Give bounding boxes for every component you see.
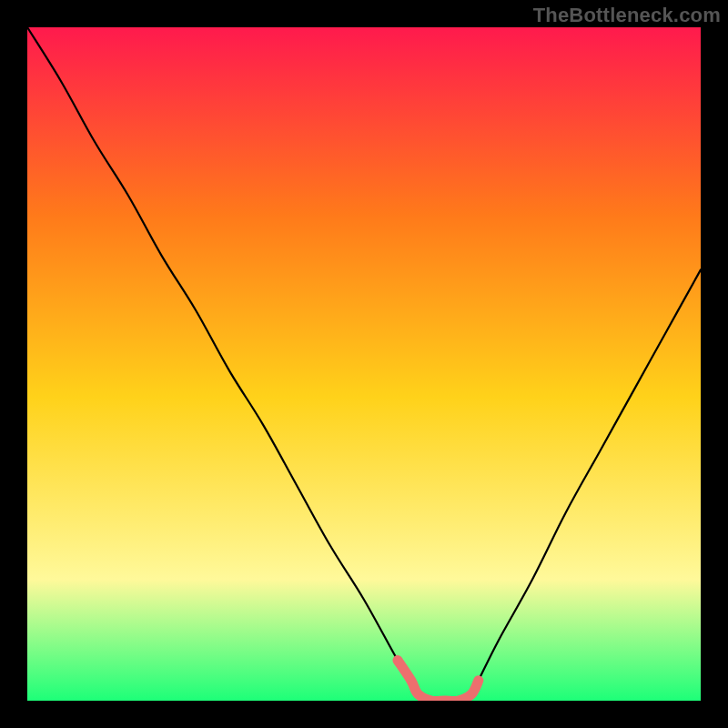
chart-frame: TheBottleneck.com xyxy=(0,0,728,728)
plot-area xyxy=(27,27,701,701)
bottleneck-chart xyxy=(27,27,701,701)
watermark-text: TheBottleneck.com xyxy=(533,4,721,27)
